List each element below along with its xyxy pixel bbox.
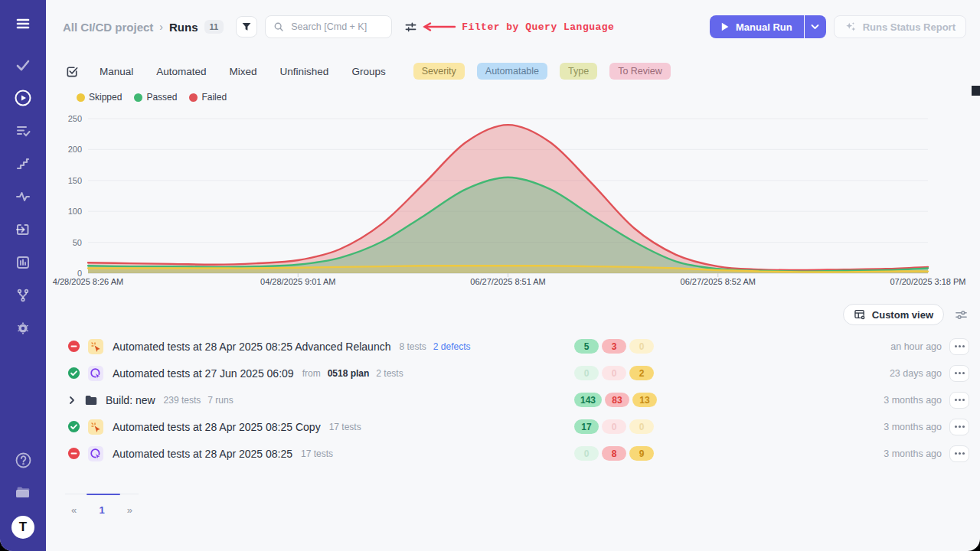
run-row[interactable]: Automated tests at 28 Apr 2025 08:25 Adv…: [46, 333, 980, 360]
y-axis-tick: 200: [47, 145, 82, 154]
bar-chart-icon[interactable]: [13, 253, 33, 272]
breadcrumb-separator: ›: [159, 21, 163, 33]
result-count-pills: 1700: [574, 419, 654, 434]
yellow-count-pill: 13: [632, 393, 657, 407]
menu-icon[interactable]: [13, 14, 33, 34]
header: All CI/CD project › Runs 11 Filter b: [46, 0, 980, 54]
automation-spark-icon: [88, 419, 103, 435]
more-actions-button[interactable]: [949, 365, 969, 382]
red-count-pill: 3: [602, 339, 626, 354]
more-actions-button[interactable]: [949, 392, 969, 409]
pagination-active-bar: [87, 494, 120, 495]
status-failed-icon: [67, 340, 80, 353]
run-meta: 17 tests: [301, 448, 333, 459]
status-failed-icon: [67, 447, 80, 460]
y-axis-tick: 50: [47, 238, 82, 247]
legend-item-skipped[interactable]: Skipped: [77, 92, 122, 103]
import-icon[interactable]: [13, 220, 33, 240]
list-check-icon[interactable]: [13, 121, 33, 141]
check-icon[interactable]: [13, 55, 33, 75]
filter-pills: SeverityAutomatableTypeTo Review: [413, 63, 683, 80]
run-time: 3 months ago: [884, 395, 942, 406]
scrollbar-thumb[interactable]: [972, 86, 980, 96]
filter-funnel-button[interactable]: [236, 16, 257, 37]
more-actions-button[interactable]: [949, 445, 969, 462]
red-count-pill: 83: [605, 393, 629, 407]
run-meta: from0518 plan2 tests: [302, 368, 403, 379]
custom-view-label: Custom view: [872, 309, 933, 321]
tab-mixed[interactable]: Mixed: [230, 66, 257, 77]
table-settings-icon: [854, 308, 866, 321]
manual-run-dropdown-button[interactable]: [805, 15, 826, 38]
runs-chart: 0501001502002504/28/2025 8:26 AM04/28/20…: [88, 115, 928, 274]
tab-automated[interactable]: Automated: [156, 66, 206, 77]
activity-icon[interactable]: [13, 187, 33, 207]
tab-manual[interactable]: Manual: [100, 66, 133, 77]
run-group-row[interactable]: Build: new239 tests7 runs14383133 months…: [46, 386, 980, 413]
result-count-pills: 089: [574, 446, 654, 461]
automation-spark-icon: [88, 339, 103, 354]
run-meta-text: from: [302, 368, 321, 379]
manual-run-button[interactable]: Manual Run: [710, 15, 804, 38]
search-input[interactable]: [289, 21, 384, 33]
pagination-next-button[interactable]: »: [127, 504, 132, 516]
red-count-pill: 8: [602, 446, 626, 461]
breadcrumb-page: Runs: [169, 21, 198, 34]
help-icon[interactable]: [13, 450, 33, 470]
run-meta: 17 tests: [329, 422, 361, 432]
filter-pill-automatable[interactable]: Automatable: [477, 63, 547, 80]
legend-item-passed[interactable]: Passed: [134, 92, 177, 103]
run-time: an hour ago: [890, 341, 942, 352]
folders-icon[interactable]: [13, 483, 33, 503]
x-axis-tick: 04/28/2025 9:01 AM: [260, 277, 335, 286]
play-circle-icon[interactable]: [13, 88, 33, 108]
automation-pointer-icon: [88, 366, 103, 381]
yellow-count-pill: 2: [629, 366, 654, 380]
green-count-pill: 5: [574, 339, 599, 354]
filter-tabs-row: Manual Automated Mixed Unfinished Groups…: [65, 60, 683, 83]
tab-groups[interactable]: Groups: [351, 66, 385, 77]
pagination-prev-button[interactable]: «: [71, 504, 77, 516]
legend-item-failed[interactable]: Failed: [189, 92, 227, 103]
custom-view-button[interactable]: Custom view: [843, 304, 944, 325]
x-axis-tick: 07/20/2025 3:18 PM: [890, 277, 965, 286]
manual-run-label: Manual Run: [736, 21, 792, 33]
yellow-count-pill: 9: [629, 446, 654, 461]
filter-pill-severity[interactable]: Severity: [413, 63, 465, 80]
run-title: Automated tests at 28 Apr 2025 08:25 Adv…: [113, 341, 390, 353]
result-count-pills: 1438313: [574, 393, 657, 407]
more-actions-button[interactable]: [949, 338, 969, 355]
defects-link[interactable]: 2 defects: [433, 341, 471, 352]
sparkles-icon: [844, 21, 857, 33]
y-axis-tick: 100: [47, 207, 82, 216]
run-meta-text: 17 tests: [329, 422, 361, 432]
gear-icon[interactable]: [13, 318, 33, 338]
run-row[interactable]: Automated tests at 28 Apr 2025 08:2517 t…: [46, 440, 980, 467]
legend-label: Failed: [201, 92, 227, 103]
pagination-page-1[interactable]: 1: [99, 504, 104, 516]
green-count-pill: 0: [574, 366, 599, 380]
filter-pill-to-review[interactable]: To Review: [609, 63, 671, 80]
select-runs-icon[interactable]: [65, 64, 80, 79]
run-meta-text: 7 runs: [207, 395, 233, 406]
green-count-pill: 17: [574, 419, 599, 434]
red-count-pill: 0: [602, 366, 626, 380]
result-count-pills: 002: [574, 366, 654, 380]
expand-chevron-icon[interactable]: [67, 396, 77, 405]
run-title: Build: new: [106, 394, 155, 406]
run-title: Automated tests at 28 Apr 2025 08:25: [113, 448, 292, 460]
search-icon: [273, 21, 284, 32]
breadcrumb-project[interactable]: All CI/CD project: [63, 21, 153, 34]
run-row[interactable]: Automated tests at 27 Jun 2025 06:09from…: [46, 360, 980, 386]
runs-status-report-button[interactable]: Runs Status Report: [834, 15, 966, 38]
branch-icon[interactable]: [13, 285, 33, 305]
tab-unfinished[interactable]: Unfinished: [280, 66, 329, 77]
filter-pill-type[interactable]: Type: [560, 63, 597, 80]
query-language-filter-icon[interactable]: [404, 21, 417, 34]
search-box[interactable]: [265, 15, 392, 38]
avatar[interactable]: T: [11, 516, 34, 539]
steps-icon[interactable]: [13, 154, 33, 174]
view-settings-icon[interactable]: [955, 308, 968, 321]
more-actions-button[interactable]: [949, 419, 969, 435]
run-row[interactable]: Automated tests at 28 Apr 2025 08:25 Cop…: [46, 413, 980, 440]
